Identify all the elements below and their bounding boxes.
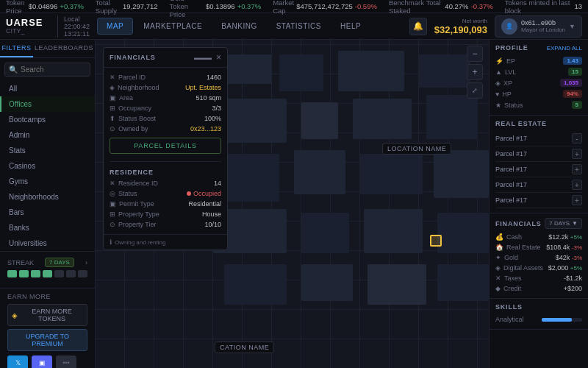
info-icon: ℹ: [110, 238, 112, 246]
re-action-button-4[interactable]: +: [572, 195, 582, 205]
tab-filters[interactable]: FILTERS: [0, 40, 33, 57]
close-icon[interactable]: ×: [216, 52, 221, 63]
logo-title: UARSE: [6, 18, 50, 27]
map-area[interactable]: LOCATION NAME LOCATION NAME CATION NAME …: [96, 40, 489, 368]
tab-banking[interactable]: BANKING: [212, 18, 266, 34]
avatar-dropdown[interactable]: 👤 0x61...e90b Mayor of London ▼: [495, 15, 582, 38]
city-block: [301, 213, 349, 253]
modal-row-property-type: ⊞Property Type House: [110, 209, 221, 219]
status-occupied: Occupied: [187, 190, 221, 197]
zoom-out-button[interactable]: −: [467, 46, 483, 62]
re-row-2: Parcel #17 +: [495, 162, 582, 177]
search-input[interactable]: [21, 66, 86, 74]
modal-row-area: ▣Area 510 sqm: [110, 93, 221, 103]
skills-header: SKILLS: [495, 303, 582, 311]
ep-icon: ⚡: [495, 57, 503, 65]
profile-row-hp: ♥HP 94%: [495, 88, 582, 99]
zoom-in-button[interactable]: +: [467, 64, 483, 80]
re-row-4: Parcel #17 +: [495, 193, 582, 208]
right-profile-section: PROFILE EXPAND ALL ⚡EP 1.43 ▲LVL 15 ◈XP …: [490, 40, 588, 116]
profile-row-ep: ⚡EP 1.43: [495, 55, 582, 66]
re-action-button-2[interactable]: +: [572, 164, 582, 174]
real-estate-icon: 🏠: [495, 244, 503, 251]
notification-button[interactable]: 🔔: [409, 18, 427, 35]
real-estate-title: REAL ESTATE: [495, 120, 547, 127]
modal-row-neighborhood: ◈Neighborhood Upt. Estates: [110, 82, 221, 93]
financials-section: FINANCIALS 7 DAYS ▼ 💰Cash $12.2k +5% 🏠Re…: [490, 213, 588, 299]
skills-section: SKILLS Analytical: [490, 299, 588, 330]
earn-more-tokens-button[interactable]: ◈ EARN MORE TOKENS: [7, 304, 87, 326]
modal-divider: [110, 161, 221, 162]
twitter-button[interactable]: 𝕏: [7, 355, 28, 368]
fin-row-gold: ✦Gold $42k -3%: [495, 252, 582, 263]
streak-badge: 7 DAYS: [45, 258, 74, 267]
financials-period-selector[interactable]: 7 DAYS ▼: [545, 218, 582, 229]
cash-icon: 💰: [495, 233, 503, 241]
selected-parcel[interactable]: [430, 235, 442, 247]
xp-icon: ◈: [495, 79, 501, 87]
status-boost-icon: ⬆: [110, 115, 115, 122]
ticker-bar: Token Price $0.04896 +0.37% Total Supply…: [0, 0, 588, 13]
modal-financials-body: ✕Parcel ID 1460 ◈Neighborhood Upt. Estat…: [104, 68, 227, 234]
city-block: [279, 54, 323, 91]
status-icon: ◎: [110, 190, 115, 197]
owned-by-icon: ⊙: [110, 125, 115, 132]
modal-id-preview: ▬▬▬: [194, 54, 212, 61]
residence-id-icon: ✕: [110, 180, 115, 187]
sidebar-item-casinos[interactable]: Casinos: [0, 158, 95, 174]
expand-map-button[interactable]: ⤢: [467, 82, 483, 99]
skills-analytical: Analytical: [495, 314, 582, 325]
tab-leaderboards[interactable]: LEADERBOARDS: [33, 40, 95, 57]
modal-panel: FINANCIALS ▬▬▬ × ✕Parcel ID 1460 ◈Neighb…: [103, 47, 228, 250]
expand-all-button[interactable]: EXPAND ALL: [547, 45, 582, 52]
digital-assets-icon: ◈: [495, 264, 501, 272]
taxes-icon: ✕: [495, 275, 501, 282]
logo-area: UARSE CITY_: [6, 18, 50, 35]
sidebar-item-stats[interactable]: Stats: [0, 143, 95, 158]
re-action-button-3[interactable]: +: [572, 180, 582, 190]
tab-help[interactable]: HELP: [331, 18, 370, 34]
streak-dot: [54, 270, 64, 277]
sidebar-item-offices[interactable]: Offices: [0, 96, 95, 112]
nav-tabs: MAP MARKETPLACE BANKING STATISTICS HELP: [97, 18, 409, 35]
discord-button[interactable]: ▣: [32, 355, 52, 368]
re-action-button-0[interactable]: -: [572, 133, 582, 144]
occupancy-icon: ⊞: [110, 105, 115, 112]
modal-footer: ℹ Owning and renting: [104, 234, 227, 250]
sidebar-item-bootcamps[interactable]: Bootcamps: [0, 112, 95, 127]
sidebar-item-banks[interactable]: Banks: [0, 220, 95, 236]
ticker-market-cap: Market Cap $475,712,472,725 -0.59%: [273, 0, 377, 15]
sidebar-item-all[interactable]: All: [0, 81, 95, 96]
sidebar-item-admin[interactable]: Admin: [0, 127, 95, 143]
financials-section-header: FINANCIALS 7 DAYS ▼: [495, 218, 582, 229]
upgrade-premium-button[interactable]: UPGRADE TO PREMIUM: [7, 329, 87, 351]
chevron-down-icon: ▼: [572, 220, 578, 227]
credit-icon: ◆: [495, 285, 501, 292]
hp-icon: ♥: [495, 91, 499, 98]
sidebar-item-bars[interactable]: Bars: [0, 205, 95, 220]
streak-dot: [7, 270, 17, 277]
modal-row-property-tier: ⊙Property Tier 10/10: [110, 219, 221, 230]
property-type-icon: ⊞: [110, 210, 115, 218]
city-info: Local 22:00:42 13:21:11: [57, 15, 90, 38]
sidebar-item-universities[interactable]: Universities: [0, 236, 95, 251]
sidebar-item-neighborhoods[interactable]: Neighborhoods: [0, 189, 95, 205]
profile-row-status: ★Status 5: [495, 99, 582, 110]
ticker-minted: Tokens minted in last block 13: [505, 0, 582, 15]
search-box[interactable]: 🔍: [4, 63, 90, 77]
parcel-details-button[interactable]: PARCEL DETAILS: [110, 138, 221, 154]
city-block: [437, 264, 489, 301]
city-block: [224, 264, 287, 305]
tab-map[interactable]: MAP: [97, 18, 133, 35]
sidebar-item-gyms[interactable]: Gyms: [0, 174, 95, 189]
permit-type-icon: ▣: [110, 200, 116, 208]
tab-marketplace[interactable]: MARKETPLACE: [135, 18, 211, 34]
tab-statistics[interactable]: STATISTICS: [268, 18, 330, 34]
other-social-button[interactable]: •••: [56, 355, 76, 368]
re-action-button-1[interactable]: +: [572, 149, 582, 159]
ticker-token-price: Token Price $0.04896 +0.37%: [6, 0, 84, 15]
parcel-id-icon: ✕: [110, 74, 115, 81]
profile-section-header: PROFILE EXPAND ALL: [495, 44, 582, 52]
avatar: 👤: [501, 18, 517, 35]
city-block: [419, 54, 470, 88]
